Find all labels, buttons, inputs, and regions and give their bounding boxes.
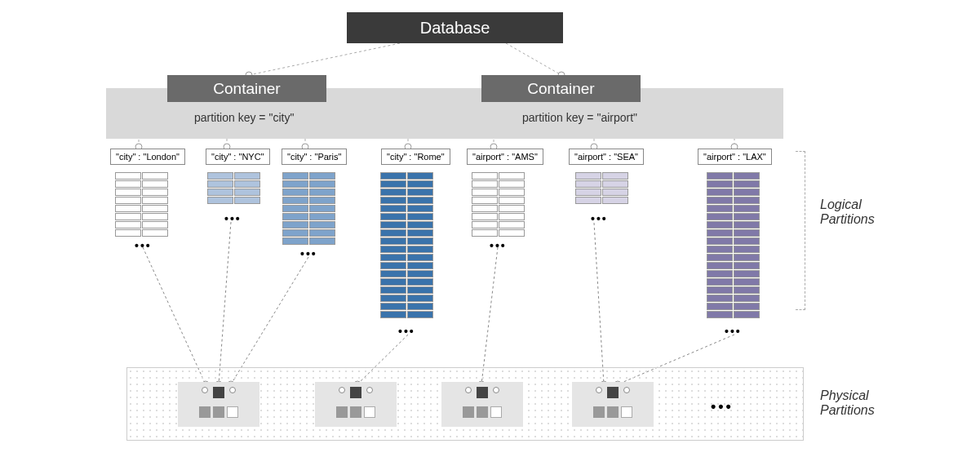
data-nyc [206,171,260,204]
data-paris [282,171,335,245]
svg-line-2 [506,43,561,75]
key-city-paris: "city" : "Paris" [282,149,347,165]
container-right-label: Container [527,80,594,98]
data-rome [379,171,433,318]
dots-london: ••• [135,239,152,252]
physical-partitions-label: Physical Partitions [820,388,875,418]
key-city-rome: "city" : "Rome" [381,149,450,165]
partition-key-right: partition key = "airport" [522,111,637,124]
physical-node-4 [572,382,654,427]
partition-key-left: partition key = "city" [194,111,294,124]
svg-line-14 [143,247,206,384]
physical-node-3 [441,382,523,427]
dots-sea: ••• [591,212,608,225]
key-airport-ams: "airport" : "AMS" [467,149,543,165]
diagram-canvas: Database Container Container partition k… [0,0,980,457]
key-city-nyc: "city" : "NYC" [206,149,270,165]
svg-line-0 [249,43,400,75]
key-city-london: "city" : "London" [110,149,185,165]
svg-line-19 [594,223,604,384]
data-sea [574,171,628,204]
database-label: Database [420,19,490,38]
data-ams [471,171,525,237]
data-london [114,171,168,237]
svg-line-16 [231,257,308,384]
container-right-box: Container [481,75,641,102]
logical-bracket [796,151,805,310]
dots-ams: ••• [490,239,507,252]
container-left-box: Container [167,75,326,102]
key-airport-sea: "airport" : "SEA" [569,149,644,165]
dots-nyc: ••• [224,212,242,225]
database-box: Database [347,12,563,43]
physical-node-2 [315,382,397,427]
physical-node-1 [178,382,259,427]
dots-lax: ••• [725,325,742,338]
dots-rome: ••• [398,325,415,338]
svg-line-18 [481,247,498,384]
svg-line-15 [219,222,231,384]
physical-dots: ••• [711,398,734,415]
container-left-label: Container [213,80,280,98]
key-airport-lax: "airport" : "LAX" [698,149,772,165]
logical-partitions-label: Logical Partitions [820,197,875,227]
dots-paris: ••• [300,247,317,260]
data-lax [706,171,760,318]
physical-partitions-container: ••• [126,367,804,441]
